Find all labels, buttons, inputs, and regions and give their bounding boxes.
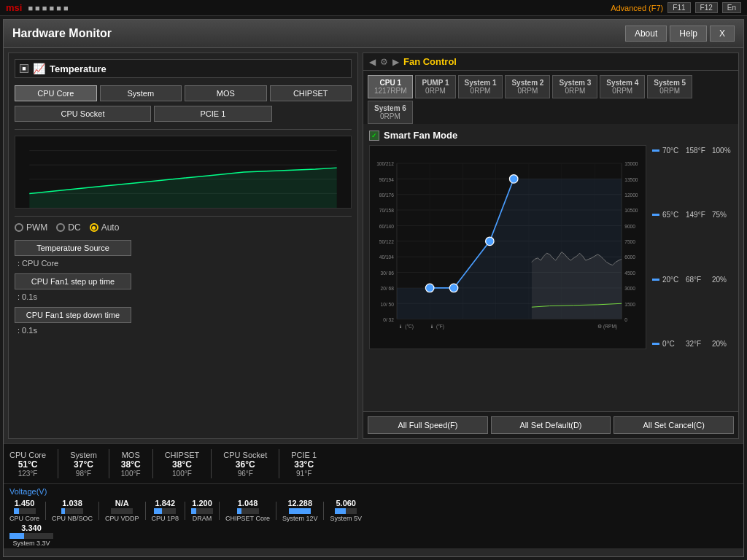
svg-text:⚙ (RPM): ⚙ (RPM) — [597, 324, 617, 330]
voltage-cpu-vddp: N/A CPU VDDP — [105, 499, 139, 522]
svg-text:12000: 12000 — [624, 192, 638, 198]
temp-graph — [15, 136, 352, 209]
fan-tab-sys6[interactable]: System 6 0RPM — [368, 101, 413, 124]
fan1-stepdown-button[interactable]: CPU Fan1 step down time — [15, 307, 131, 323]
temp-source-button[interactable]: Temperature Source — [15, 240, 131, 256]
svg-point-49 — [425, 284, 434, 292]
fan-icon: ⚙ — [380, 57, 388, 67]
sensor-system: System 37°C 98°F — [70, 451, 97, 478]
fan-tab-cpu1[interactable]: CPU 1 1217RPM — [368, 75, 413, 98]
pwm-circle — [15, 223, 23, 232]
chart-area: ✓ Smart Fan Mode — [363, 124, 738, 411]
sensor-cpu-core: CPU Core 51°C 123°F — [9, 451, 46, 478]
voltage-system-5v: 5.060 System 5V — [330, 499, 362, 522]
sensor-chipset: CHIPSET 38°C 100°F — [165, 451, 200, 478]
fan-control-panel: ◀ ⚙ ▶ Fan Control CPU 1 1217RPM PUMP 1 0… — [363, 52, 739, 439]
voltage-bar — [289, 508, 311, 514]
fan-tab-sys3[interactable]: System 3 0RPM — [552, 75, 597, 98]
chipset-btn[interactable]: CHIPSET — [270, 85, 352, 101]
scale-bar — [652, 149, 659, 152]
scale-item-1: 65°C 149°F 75% — [652, 211, 732, 219]
window-title: Hardware Monitor — [12, 27, 112, 40]
dc-radio[interactable]: DC — [56, 222, 80, 233]
temp-source-label: : CPU Core — [15, 259, 352, 268]
voltage-row2: 3.340 System 3.3V — [9, 524, 738, 547]
sensor-divider — [211, 449, 212, 478]
dc-circle — [56, 223, 65, 232]
close-button[interactable]: X — [710, 26, 735, 42]
svg-text:90/194: 90/194 — [379, 177, 394, 182]
voltage-bar — [9, 533, 24, 539]
smart-fan-header: ✓ Smart Fan Mode — [369, 130, 732, 141]
advanced-label: Advanced (F7) — [611, 4, 663, 12]
pwm-radio[interactable]: PWM — [15, 222, 47, 233]
svg-text:100/212: 100/212 — [376, 161, 394, 166]
sensor-divider — [109, 449, 109, 478]
fan1-stepup-label: : 0.1s — [15, 292, 352, 301]
svg-point-50 — [449, 284, 458, 292]
svg-text:15000: 15000 — [624, 161, 638, 166]
smart-fan-title: Smart Fan Mode — [384, 130, 457, 141]
about-button[interactable]: About — [625, 26, 667, 42]
fan-tab-pump1[interactable]: PUMP 1 0RPM — [415, 75, 455, 98]
fan-control-header: ◀ ⚙ ▶ Fan Control — [363, 53, 738, 71]
f12-button[interactable]: F12 — [695, 2, 718, 13]
fan-tab-sys2[interactable]: System 2 0RPM — [505, 75, 550, 98]
scale-bar — [652, 343, 659, 345]
pwm-label: PWM — [26, 222, 47, 233]
voltage-cpu-1p8: 1.842 CPU 1P8 — [152, 499, 179, 522]
voltage-bar — [154, 508, 162, 514]
svg-text:40/104: 40/104 — [379, 254, 394, 260]
svg-text:10/ 50: 10/ 50 — [381, 302, 395, 307]
msi-logo: msi — [6, 2, 22, 13]
cpu-socket-btn[interactable]: CPU Socket — [15, 106, 151, 122]
top-bar-title: ■ ■ ■ ■ ■ ■ — [28, 4, 611, 12]
svg-text:50/122: 50/122 — [379, 239, 394, 244]
voltage-title: Voltage(V) — [9, 487, 738, 496]
cpu-core-btn[interactable]: CPU Core — [15, 85, 97, 101]
svg-point-51 — [486, 237, 495, 246]
voltage-bar — [61, 508, 65, 514]
all-set-default-button[interactable]: All Set Default(D) — [491, 416, 611, 434]
fan-tabs: CPU 1 1217RPM PUMP 1 0RPM System 1 0RPM … — [363, 71, 738, 124]
temperature-header: ■ 📈 Temperature — [15, 59, 352, 78]
dc-label: DC — [68, 222, 80, 233]
sensor-cpu-socket: CPU Socket 36°C 96°F — [223, 451, 267, 478]
temp-checkbox[interactable]: ■ — [20, 64, 28, 73]
mos-btn[interactable]: MOS — [185, 85, 267, 101]
all-full-speed-button[interactable]: All Full Speed(F) — [368, 416, 488, 434]
temperature-panel: ■ 📈 Temperature CPU Core System MOS CHIP… — [8, 52, 358, 439]
auto-radio[interactable]: Auto — [90, 222, 120, 233]
system-btn[interactable]: System — [100, 85, 182, 101]
svg-text:🌡 (°C): 🌡 (°C) — [398, 324, 414, 330]
svg-point-52 — [509, 175, 518, 184]
voltage-dram: 1.200 DRAM — [191, 499, 213, 522]
fan-tab-sys1[interactable]: System 1 0RPM — [458, 75, 503, 98]
f11-button[interactable]: F11 — [667, 2, 690, 13]
fan-tab-sys5[interactable]: System 5 0RPM — [647, 75, 692, 98]
top-bar-right: Advanced (F7) F11 F12 En — [611, 2, 741, 13]
voltage-bar — [335, 508, 346, 514]
pcie1-btn[interactable]: PCIE 1 — [154, 106, 272, 122]
top-bar: msi ■ ■ ■ ■ ■ ■ Advanced (F7) F11 F12 En — [0, 0, 747, 16]
en-button[interactable]: En — [722, 2, 741, 13]
sensor-divider — [58, 449, 58, 478]
fan-mode-radio-group: PWM DC Auto — [15, 222, 352, 233]
voltage-bar — [14, 508, 20, 514]
fan-control-title: Fan Control — [403, 56, 457, 67]
smart-fan-checkbox[interactable]: ✓ — [369, 131, 379, 141]
svg-text:80/176: 80/176 — [379, 192, 394, 198]
voltage-cpu-core: 1.450 CPU Core — [9, 499, 39, 522]
svg-text:1500: 1500 — [624, 302, 635, 307]
help-button[interactable]: Help — [670, 26, 707, 42]
svg-text:6000: 6000 — [624, 254, 635, 260]
sensor-divider — [152, 449, 153, 478]
all-set-cancel-button[interactable]: All Set Cancel(C) — [614, 416, 734, 434]
auto-label: Auto — [101, 222, 120, 233]
fan1-stepup-button[interactable]: CPU Fan1 step up time — [15, 273, 131, 289]
auto-circle — [90, 223, 98, 232]
fan-tab-sys4[interactable]: System 4 0RPM — [600, 75, 645, 98]
scale-item-3: 0°C 32°F 20% — [652, 340, 732, 348]
svg-text:3000: 3000 — [624, 286, 635, 291]
svg-text:30/ 86: 30/ 86 — [381, 271, 395, 276]
